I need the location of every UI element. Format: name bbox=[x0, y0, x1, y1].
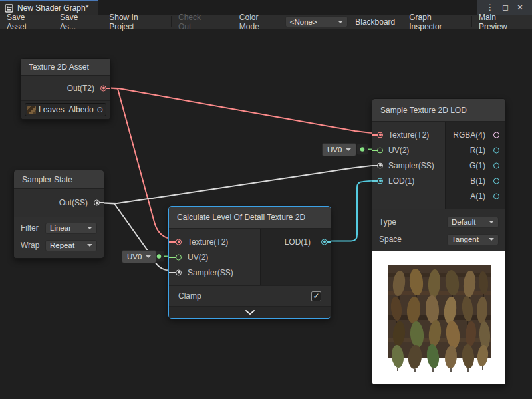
port-in-uv[interactable] bbox=[377, 147, 383, 153]
port-label-a: A(1) bbox=[470, 192, 485, 201]
save-as-button[interactable]: Save As... bbox=[53, 15, 102, 29]
color-mode-value: <None> bbox=[290, 18, 317, 26]
wire-texture-to-sample-lod[interactable] bbox=[104, 88, 380, 134]
uv-channel-value: UV0 bbox=[127, 253, 142, 261]
wire-texture-to-calculate-lod[interactable] bbox=[104, 88, 178, 241]
type-value: Default bbox=[452, 218, 475, 226]
port-stub bbox=[106, 88, 110, 89]
chevron-down-icon bbox=[489, 238, 494, 241]
node-title: Texture 2D Asset bbox=[21, 59, 110, 76]
port-label-uv: UV(2) bbox=[388, 146, 409, 155]
clamp-label: Clamp bbox=[178, 291, 201, 301]
port-in-sampler[interactable] bbox=[176, 269, 182, 275]
texture-asset-name: Leaves_Albedo bbox=[39, 105, 94, 114]
port-label-g: G(1) bbox=[469, 161, 485, 170]
collapse-preview-button[interactable] bbox=[169, 306, 331, 318]
port-label-uv: UV(2) bbox=[188, 253, 208, 262]
port-out-texture2d[interactable] bbox=[100, 85, 106, 91]
main-preview-toggle-button[interactable]: Main Preview bbox=[472, 15, 532, 29]
node-title: Sample Texture 2D LOD bbox=[372, 99, 505, 122]
port-out-rgba[interactable] bbox=[493, 132, 499, 138]
chevron-down-icon bbox=[87, 244, 92, 247]
port-in-texture[interactable] bbox=[377, 132, 383, 138]
texture-asset-field[interactable]: Leaves_Albedo ⊙ bbox=[25, 103, 106, 116]
port-out-b[interactable] bbox=[493, 178, 499, 184]
object-picker-icon[interactable]: ⊙ bbox=[94, 104, 106, 116]
input-ports: Texture(T2) UV(2) Sampler(SS) bbox=[169, 229, 260, 285]
port-out-r[interactable] bbox=[493, 147, 499, 153]
type-dropdown[interactable]: Default bbox=[447, 217, 499, 228]
shader-graph-icon bbox=[5, 4, 13, 13]
chevron-down-icon bbox=[146, 255, 151, 258]
space-label: Space bbox=[379, 235, 402, 244]
node-sampler-state[interactable]: Sampler State Out(SS) Filter Linear Wrap… bbox=[13, 170, 104, 259]
port-label-texture: Texture(T2) bbox=[388, 130, 429, 140]
chevron-down-icon bbox=[87, 227, 92, 229]
uv-channel-dropdown-sample[interactable]: UV0 bbox=[322, 143, 356, 156]
node-sample-texture-2d-lod[interactable]: Sample Texture 2D LOD Texture(T2) UV(2) … bbox=[372, 98, 506, 385]
port-label-out-ss: Out(SS) bbox=[59, 198, 88, 207]
port-stub bbox=[99, 202, 104, 203]
color-mode-dropdown[interactable]: <None> bbox=[285, 16, 348, 27]
toolbar: Save Asset Save As... Show In Project Ch… bbox=[0, 15, 532, 29]
chevron-down-icon bbox=[346, 148, 351, 151]
node-texture-2d-asset[interactable]: Texture 2D Asset Out(T2) Leaves_Albedo ⊙ bbox=[20, 58, 111, 120]
space-dropdown[interactable]: Tangent bbox=[447, 234, 499, 245]
color-mode-label: Color Mode bbox=[239, 13, 280, 31]
port-label-lod: LOD(1) bbox=[388, 176, 414, 186]
uv-default-dot bbox=[360, 147, 364, 151]
clamp-checkbox[interactable]: ✓ bbox=[311, 291, 321, 301]
space-value: Tangent bbox=[452, 235, 479, 243]
uv-channel-dropdown-calculate[interactable]: UV0 bbox=[122, 250, 156, 263]
shader-graph-window: New Shader Graph* ⋮ ◻ ✕ Save Asset Save … bbox=[0, 0, 532, 399]
chevron-down-icon bbox=[489, 221, 494, 223]
type-label: Type bbox=[379, 217, 396, 227]
port-label-sampler: Sampler(SS) bbox=[188, 268, 233, 277]
filter-value: Linear bbox=[50, 224, 71, 232]
port-in-lod[interactable] bbox=[377, 178, 383, 184]
port-out-sampler-state[interactable] bbox=[94, 200, 100, 206]
uv-default-dot bbox=[157, 254, 161, 258]
port-out-lod[interactable] bbox=[321, 239, 327, 245]
blackboard-toggle-button[interactable]: Blackboard bbox=[348, 15, 402, 29]
wrap-dropdown[interactable]: Repeat bbox=[45, 240, 97, 251]
output-ports: LOD(1) bbox=[260, 229, 331, 285]
chevron-down-icon bbox=[338, 21, 343, 23]
filter-dropdown[interactable]: Linear bbox=[45, 223, 97, 234]
tab-title: New Shader Graph* bbox=[17, 3, 88, 13]
port-label-r: R(1) bbox=[470, 146, 485, 155]
node-calculate-lod-texture-2d[interactable]: Calculate Level Of Detail Texture 2D Tex… bbox=[168, 206, 331, 319]
port-label-lod: LOD(1) bbox=[285, 237, 311, 247]
output-ports: RGBA(4) R(1) G(1) B(1) A(1) bbox=[445, 122, 505, 209]
chevron-down-icon bbox=[245, 310, 255, 315]
node-title: Calculate Level Of Detail Texture 2D bbox=[169, 207, 331, 229]
port-label-texture: Texture(T2) bbox=[188, 237, 228, 247]
uv-channel-value: UV0 bbox=[327, 146, 342, 154]
wrap-label: Wrap bbox=[21, 241, 39, 250]
port-label-sampler: Sampler(SS) bbox=[388, 161, 434, 170]
port-in-texture[interactable] bbox=[176, 239, 182, 245]
node-preview-image bbox=[372, 251, 505, 384]
graph-inspector-toggle-button[interactable]: Graph Inspector bbox=[402, 15, 471, 29]
port-out-g[interactable] bbox=[493, 162, 499, 168]
node-title: Sampler State bbox=[14, 170, 104, 189]
filter-label: Filter bbox=[21, 223, 39, 233]
port-label-b: B(1) bbox=[470, 176, 485, 186]
show-in-project-button[interactable]: Show In Project bbox=[102, 15, 171, 29]
port-label-out-t2: Out(T2) bbox=[67, 84, 94, 93]
port-in-uv[interactable] bbox=[176, 254, 182, 260]
input-ports: Texture(T2) UV(2) Sampler(SS) LOD(1) bbox=[372, 122, 445, 209]
port-out-a[interactable] bbox=[493, 193, 499, 199]
save-asset-button[interactable]: Save Asset bbox=[0, 15, 53, 29]
texture-thumbnail-icon bbox=[27, 106, 36, 114]
port-label-rgba: RGBA(4) bbox=[453, 130, 485, 140]
port-in-sampler[interactable] bbox=[377, 162, 383, 168]
wrap-value: Repeat bbox=[50, 241, 74, 249]
check-out-button: Check Out bbox=[172, 15, 222, 29]
